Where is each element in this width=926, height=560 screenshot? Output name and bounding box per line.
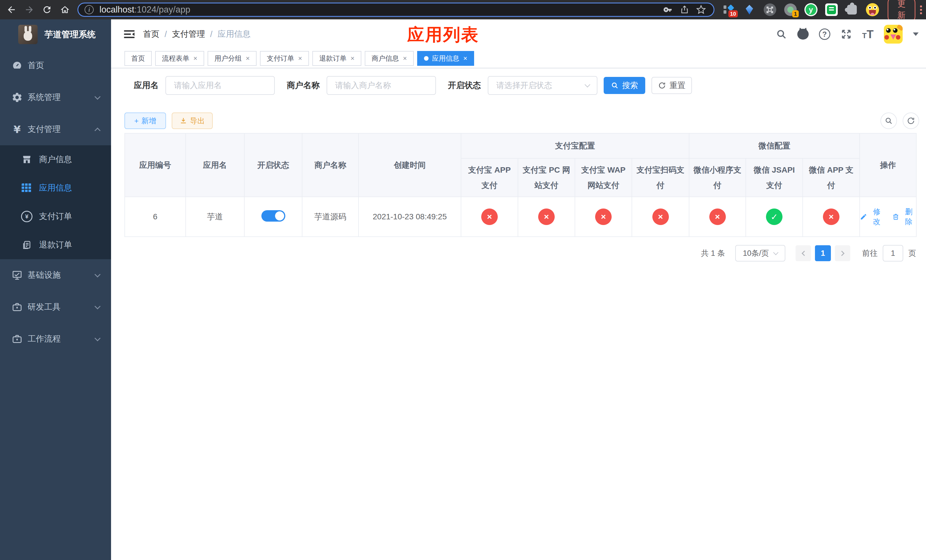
yen-circle-icon: ¥: [21, 210, 33, 223]
tab-home[interactable]: 首页: [124, 51, 152, 66]
page-number-1[interactable]: 1: [815, 245, 831, 261]
app-name-input[interactable]: [165, 76, 275, 95]
sidebar-item-dev-tools[interactable]: 研发工具: [0, 291, 111, 323]
extension-kite-icon[interactable]: [743, 3, 756, 16]
browser-back-icon[interactable]: [5, 3, 18, 16]
chevron-right-icon: [839, 251, 844, 256]
delete-link[interactable]: 删除: [892, 207, 916, 227]
url-path: :1024/pay/app: [135, 5, 191, 15]
url-text[interactable]: localhost:1024/pay/app: [99, 5, 658, 15]
sidebar-item-workflow[interactable]: 工作流程: [0, 323, 111, 355]
tab-merchant-info[interactable]: 商户信息×: [365, 51, 414, 66]
add-button[interactable]: +新增: [124, 112, 166, 129]
url-host: localhost: [99, 5, 134, 15]
edit-link[interactable]: 修改: [860, 207, 884, 227]
browser-menu-icon[interactable]: [920, 5, 922, 14]
password-key-icon[interactable]: [662, 3, 674, 16]
export-button[interactable]: 导出: [172, 112, 213, 129]
toggle-search-button[interactable]: [881, 112, 897, 129]
reset-button[interactable]: 重置: [652, 77, 692, 94]
user-avatar[interactable]: [884, 25, 903, 44]
page-size-select[interactable]: 10条/页: [735, 245, 785, 262]
extensions-puzzle-icon[interactable]: [846, 3, 858, 16]
chevron-down-icon: [95, 335, 100, 341]
extension-chat-icon[interactable]: [825, 3, 838, 16]
breadcrumb-payment[interactable]: 支付管理: [172, 29, 205, 40]
sidebar-item-refund-orders[interactable]: 退款订单: [0, 231, 111, 259]
cell-wechat-jsapi: ✓: [746, 197, 803, 237]
sidebar-item-home[interactable]: 首页: [0, 50, 111, 82]
extension-badge: 10: [728, 10, 738, 17]
col-app-name: 应用名: [186, 133, 244, 197]
tab-close-icon[interactable]: ×: [463, 54, 467, 62]
search-button[interactable]: 搜索: [604, 77, 645, 94]
col-status: 开启状态: [244, 133, 302, 197]
col-wechat-app: 微信 APP 支付: [803, 158, 859, 197]
share-icon[interactable]: [678, 3, 691, 16]
refresh-table-button[interactable]: [903, 112, 919, 129]
user-menu-caret-icon[interactable]: [913, 32, 918, 36]
tab-close-icon[interactable]: ×: [246, 54, 250, 62]
breadcrumb-home[interactable]: 首页: [143, 29, 159, 40]
sidebar-item-label: 退款订单: [39, 239, 72, 251]
sidebar-item-label: 研发工具: [27, 301, 61, 313]
pagination: 共 1 条 10条/页 1 前往 页: [701, 245, 916, 262]
browser-home-icon[interactable]: [59, 3, 71, 16]
cell-wechat-app: ×: [803, 197, 859, 237]
tab-app-info[interactable]: 应用信息×: [417, 51, 474, 66]
site-info-icon[interactable]: i: [85, 5, 94, 14]
sidebar-item-label: 应用信息: [39, 182, 72, 194]
sidebar-item-system[interactable]: 系统管理: [0, 82, 111, 114]
next-page-button[interactable]: [835, 245, 850, 261]
app-logo-row[interactable]: 芋道管理系统: [0, 20, 111, 50]
tab-refund-orders[interactable]: 退款订单×: [312, 51, 362, 66]
sidebar-item-pay-orders[interactable]: ¥ 支付订单: [0, 202, 111, 231]
extension-y-icon[interactable]: y: [804, 3, 817, 16]
header-search-icon[interactable]: [776, 29, 787, 40]
enabled-toggle[interactable]: [262, 210, 285, 222]
gear-icon: [11, 91, 23, 104]
status-select[interactable]: 请选择开启状态: [488, 76, 598, 95]
help-icon[interactable]: ?: [819, 29, 830, 40]
profile-avatar-icon[interactable]: [866, 3, 879, 16]
sidebar-item-label: 基础设施: [27, 269, 61, 281]
tab-process-form[interactable]: 流程表单×: [155, 51, 204, 66]
browser-forward-icon[interactable]: [23, 3, 36, 16]
search-button-label: 搜索: [622, 80, 638, 91]
bookmark-star-icon[interactable]: [695, 3, 707, 16]
sidebar-item-merchant-info[interactable]: 商户信息: [0, 145, 111, 174]
tab-pay-orders[interactable]: 支付订单×: [260, 51, 309, 66]
cell-alipay-wap: ×: [575, 197, 632, 237]
extension-docs-icon[interactable]: 10: [722, 3, 735, 16]
merchant-name-input[interactable]: [327, 76, 436, 95]
page-size-value: 10条/页: [743, 248, 769, 258]
col-wechat-jsapi: 微信 JSAPI 支付: [746, 158, 803, 197]
goto-page-input[interactable]: [883, 245, 903, 262]
app-title: 芋道管理系统: [44, 29, 96, 41]
chevron-up-icon: [95, 127, 100, 133]
reset-button-label: 重置: [669, 80, 685, 91]
tab-close-icon[interactable]: ×: [298, 54, 302, 62]
tab-label: 支付订单: [267, 54, 294, 63]
tab-close-icon[interactable]: ×: [193, 54, 197, 62]
sidebar-item-infrastructure[interactable]: 基础设施: [0, 259, 111, 291]
tab-close-icon[interactable]: ×: [403, 54, 407, 62]
extension-recorder-icon[interactable]: 1: [784, 3, 797, 16]
status-label: 开启状态: [448, 80, 481, 91]
url-bar[interactable]: i localhost:1024/pay/app: [77, 3, 714, 17]
font-size-icon[interactable]: TT: [862, 28, 874, 41]
github-icon[interactable]: [797, 29, 809, 39]
sidebar-item-label: 支付订单: [39, 211, 72, 222]
tab-close-icon[interactable]: ×: [351, 54, 354, 62]
extension-command-icon[interactable]: [763, 3, 776, 16]
sidebar-collapse-icon[interactable]: [123, 28, 136, 41]
sidebar-item-app-info[interactable]: 应用信息: [0, 174, 111, 202]
tab-user-group[interactable]: 用户分组×: [207, 51, 257, 66]
browser-reload-icon[interactable]: [41, 3, 53, 16]
breadcrumb-separator: /: [210, 30, 212, 39]
sidebar-item-payment[interactable]: ¥ 支付管理: [0, 114, 111, 145]
fullscreen-icon[interactable]: [841, 29, 852, 40]
prev-page-button[interactable]: [796, 245, 811, 261]
document-icon: [21, 239, 33, 251]
cell-app-name: 芋道: [186, 197, 244, 237]
